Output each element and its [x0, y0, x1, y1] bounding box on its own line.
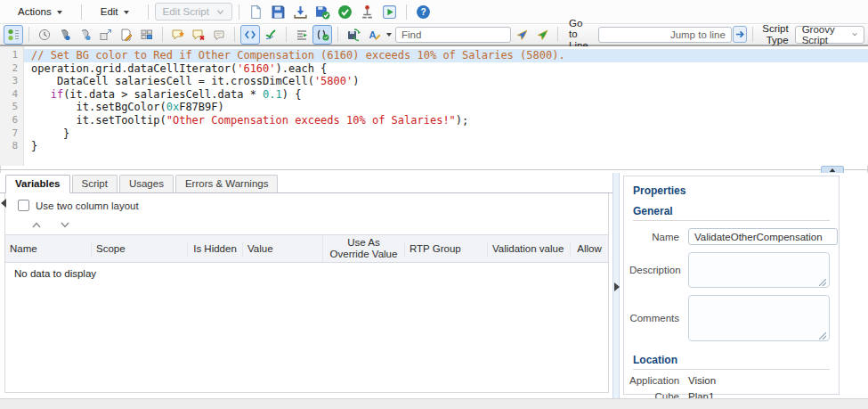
empty-message: No data to display	[5, 263, 608, 284]
deploy-button[interactable]	[357, 2, 377, 22]
two-column-layout-row[interactable]: Use two column layout	[5, 193, 608, 216]
chevron-down-icon	[852, 30, 857, 38]
comments-label: Comments	[629, 313, 679, 323]
find-previous-button[interactable]	[512, 25, 531, 45]
line-number: 7	[0, 127, 24, 141]
code-line[interactable]: 4 if(it.data > salariesCell.data * 0.1) …	[0, 88, 868, 102]
toggle-bookmark-button[interactable]	[55, 25, 75, 45]
svg-text:A: A	[369, 29, 377, 40]
code-text: // Set BG color to Red if Other Compensa…	[24, 49, 868, 62]
vertical-splitter[interactable]	[612, 173, 620, 398]
code-line[interactable]: 1// Set BG color to Red if Other Compens…	[0, 49, 868, 62]
history-button[interactable]	[35, 25, 54, 45]
check-syntax-button[interactable]	[261, 25, 280, 45]
application-row: Application Vision	[629, 375, 830, 386]
status-bar	[0, 398, 868, 409]
save-validate-button[interactable]	[312, 2, 333, 22]
script-type-value: Groovy Script	[802, 24, 845, 45]
collapse-left-splitter[interactable]	[0, 196, 6, 210]
save-icon	[271, 4, 286, 20]
find-next-button[interactable]	[532, 25, 552, 45]
comment-button[interactable]	[209, 25, 229, 45]
script-type-dropdown[interactable]: Groovy Script	[795, 26, 864, 44]
properties-box-button[interactable]	[96, 25, 116, 45]
remove-comment-button[interactable]	[189, 25, 208, 45]
jump-to-line-button[interactable]	[733, 26, 747, 43]
validate-button[interactable]	[335, 2, 355, 22]
save-button[interactable]	[268, 2, 288, 22]
format-code-button[interactable]: A	[364, 25, 394, 45]
add-comment-icon	[171, 28, 185, 42]
code-line[interactable]: 3 DataCell salariesCell = it.crossDimCel…	[0, 75, 868, 88]
code-area[interactable]: 1// Set BG color to Red if Other Compens…	[0, 46, 868, 153]
line-number: 8	[0, 140, 24, 153]
actions-menu-button[interactable]: Actions	[5, 4, 75, 20]
code-line[interactable]: 8}	[0, 140, 868, 153]
code-line[interactable]: 5 it.setBgColor(0xF87B9F)	[0, 101, 868, 114]
separator	[239, 4, 239, 20]
collapse-right-panel-button[interactable]	[613, 280, 621, 294]
two-column-checkbox[interactable]	[18, 200, 29, 211]
source-view-button[interactable]	[240, 25, 260, 45]
edit-document-icon	[119, 28, 134, 42]
column-header-value[interactable]: Value	[242, 241, 322, 257]
add-comment-button[interactable]	[168, 25, 188, 45]
tab-variables[interactable]: Variables	[5, 175, 70, 193]
bottom-area: VariablesScriptUsagesErrors & Warnings U…	[0, 173, 868, 398]
chevron-left-icon	[1, 199, 6, 208]
column-header-is-hidden[interactable]: Is Hidden	[187, 241, 242, 257]
jump-to-line-input[interactable]	[598, 27, 732, 43]
move-up-button[interactable]	[27, 220, 46, 230]
run-script-button[interactable]	[379, 2, 400, 22]
column-header-validation-value[interactable]: Validation value	[487, 241, 570, 257]
edit-script-label: Edit Script	[163, 6, 209, 17]
find-input[interactable]	[395, 27, 511, 43]
grid-button[interactable]	[137, 25, 157, 45]
tab-usages[interactable]: Usages	[119, 175, 174, 193]
column-header-use-as-override-value[interactable]: Use As Override Value	[322, 235, 404, 262]
run-icon	[382, 4, 397, 20]
help-button[interactable]: ?	[413, 2, 434, 22]
code-line[interactable]: 6 it.setTooltip("Other Compensation exce…	[0, 114, 868, 127]
deploy-icon	[360, 4, 375, 20]
tab-errors-warnings[interactable]: Errors & Warnings	[175, 175, 279, 193]
code-line[interactable]: 2operation.grid.dataCellIterator('6160')…	[0, 62, 868, 76]
separator	[557, 27, 558, 42]
name-label: Name	[629, 232, 679, 242]
new-document-button[interactable]	[246, 2, 266, 22]
edit-document-button[interactable]	[117, 25, 136, 45]
column-header-allow[interactable]: Allow	[570, 241, 608, 257]
move-down-button[interactable]	[55, 220, 75, 230]
line-number: 3	[0, 75, 24, 88]
name-input[interactable]	[688, 228, 838, 245]
chevron-up-icon	[32, 222, 41, 228]
wrap-parentheses-icon	[315, 28, 329, 42]
record-toggle-icon	[6, 28, 20, 42]
indent-lines-button[interactable]	[292, 25, 312, 45]
actions-menu-label: Actions	[18, 6, 52, 17]
history-icon	[37, 28, 52, 42]
tab-script[interactable]: Script	[72, 175, 118, 193]
auto-save-button[interactable]	[344, 25, 363, 45]
export-button[interactable]	[290, 2, 311, 22]
record-toggle-button[interactable]	[4, 25, 23, 45]
find-previous-icon	[515, 28, 529, 42]
column-header-rtp-group[interactable]: RTP Group	[404, 241, 487, 257]
comments-textarea[interactable]	[688, 295, 830, 341]
horizontal-splitter[interactable]	[0, 166, 868, 173]
code-line[interactable]: 7 }	[0, 127, 868, 141]
wrap-parentheses-button[interactable]	[312, 25, 332, 45]
column-header-scope[interactable]: Scope	[91, 241, 187, 257]
next-bookmark-button[interactable]	[76, 25, 95, 45]
edit-menu-button[interactable]: Edit	[88, 4, 142, 20]
location-section-heading: Location	[633, 350, 830, 370]
chevron-down-icon	[57, 11, 62, 17]
auto-save-icon	[346, 28, 361, 42]
save-validate-icon	[315, 4, 330, 20]
variables-panel: VariablesScriptUsagesErrors & Warnings U…	[0, 173, 612, 398]
code-editor[interactable]: 1// Set BG color to Red if Other Compens…	[0, 46, 868, 166]
description-textarea[interactable]	[688, 252, 830, 288]
two-column-checkbox-label: Use two column layout	[36, 200, 139, 211]
column-header-name[interactable]: Name	[5, 241, 91, 257]
line-number: 4	[0, 88, 24, 102]
